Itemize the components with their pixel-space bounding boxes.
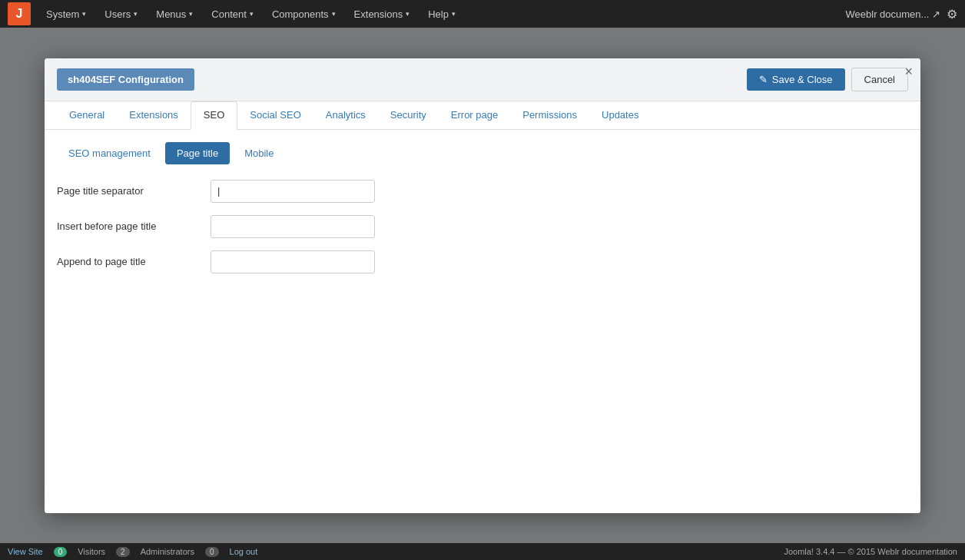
nav-users[interactable]: Users ▾	[97, 4, 145, 25]
chevron-down-icon: ▾	[82, 10, 86, 18]
input-page-title-separator[interactable]	[211, 180, 375, 203]
modal-overlay: × sh404SEF Configuration ✎ Save & Close …	[0, 28, 965, 543]
input-insert-before[interactable]	[211, 215, 375, 238]
status-bar-left: View Site 0 Visitors 2 Administrators 0 …	[8, 547, 257, 557]
status-bar-right: Joomla! 3.4.4 — © 2015 Weblr documentati…	[784, 547, 957, 556]
status-bar: View Site 0 Visitors 2 Administrators 0 …	[0, 543, 965, 560]
modal-header-actions: ✎ Save & Close Cancel	[747, 68, 908, 91]
input-append-to[interactable]	[211, 250, 375, 273]
tab-seo[interactable]: SEO	[191, 101, 237, 130]
joomla-logo: J	[8, 2, 31, 25]
nav-system[interactable]: System ▾	[38, 4, 94, 25]
tab-error-page[interactable]: Error page	[439, 101, 510, 130]
tab-general[interactable]: General	[57, 101, 117, 130]
modal-header: sh404SEF Configuration ✎ Save & Close Ca…	[45, 58, 920, 101]
field-append-to: Append to page title	[57, 250, 908, 273]
modal-dialog: × sh404SEF Configuration ✎ Save & Close …	[45, 58, 920, 513]
modal-title-button[interactable]: sh404SEF Configuration	[57, 68, 194, 91]
top-navbar: J System ▾ Users ▾ Menus ▾ Content ▾ Com…	[0, 0, 965, 28]
logout-link[interactable]: Log out	[230, 547, 258, 556]
chevron-down-icon: ▾	[134, 10, 138, 18]
nav-extensions[interactable]: Extensions ▾	[347, 4, 418, 25]
save-close-label: Save & Close	[772, 74, 833, 85]
field-page-title-separator: Page title separator	[57, 180, 908, 203]
tab-social-seo[interactable]: Social SEO	[237, 101, 313, 130]
main-tabs: General Extensions SEO Social SEO Analyt…	[45, 101, 920, 130]
subtab-seo-management[interactable]: SEO management	[57, 142, 162, 164]
nav-content[interactable]: Content ▾	[204, 4, 261, 25]
gear-icon[interactable]: ⚙	[947, 7, 957, 22]
tab-security[interactable]: Security	[378, 101, 439, 130]
label-append-to: Append to page title	[57, 256, 211, 267]
label-page-title-separator: Page title separator	[57, 185, 211, 197]
nav-left: J System ▾ Users ▾ Menus ▾ Content ▾ Com…	[8, 2, 463, 25]
visitors-badge: 0	[54, 547, 68, 557]
save-icon: ✎	[759, 74, 768, 85]
chevron-down-icon: ▾	[332, 10, 336, 18]
chevron-down-icon: ▾	[189, 10, 193, 18]
modal-spacer	[45, 298, 920, 513]
tab-updates[interactable]: Updates	[589, 101, 651, 130]
save-close-button[interactable]: ✎ Save & Close	[747, 68, 845, 91]
nav-right: Weeblr documen... ↗ ⚙	[846, 7, 957, 22]
tab-analytics[interactable]: Analytics	[313, 101, 378, 130]
messages-badge: 0	[205, 547, 219, 557]
admins-badge: 2	[116, 547, 130, 557]
nav-components[interactable]: Components ▾	[264, 4, 343, 25]
subtab-mobile[interactable]: Mobile	[233, 142, 285, 164]
nav-help[interactable]: Help ▾	[420, 4, 463, 25]
chevron-down-icon: ▾	[452, 10, 456, 18]
field-insert-before: Insert before page title	[57, 215, 908, 238]
sub-tabs: SEO management Page title Mobile	[57, 142, 908, 164]
close-icon[interactable]: ×	[904, 65, 913, 78]
visitors-label: Visitors	[78, 547, 105, 556]
view-site-link[interactable]: View Site	[8, 547, 43, 556]
tab-permissions[interactable]: Permissions	[510, 101, 589, 130]
label-insert-before: Insert before page title	[57, 220, 211, 232]
subtab-page-title[interactable]: Page title	[165, 142, 230, 164]
chevron-down-icon: ▾	[406, 10, 410, 18]
cancel-button[interactable]: Cancel	[851, 68, 908, 91]
chevron-down-icon: ▾	[250, 10, 254, 18]
tab-extensions[interactable]: Extensions	[117, 101, 191, 130]
weeblr-link[interactable]: Weeblr documen... ↗	[846, 8, 940, 20]
modal-body: SEO management Page title Mobile Page ti…	[45, 130, 920, 298]
admins-label: Administrators	[141, 547, 194, 556]
nav-menus[interactable]: Menus ▾	[148, 4, 201, 25]
